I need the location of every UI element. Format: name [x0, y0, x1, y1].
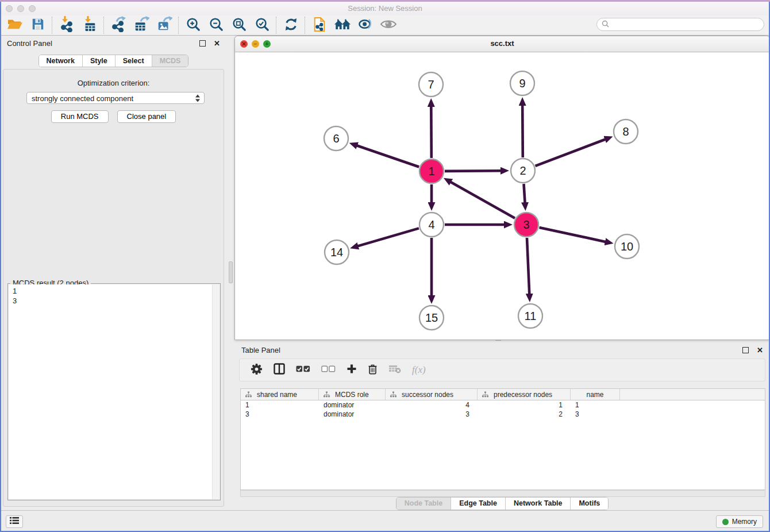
export-image-button[interactable] — [153, 16, 176, 34]
mcds-result-area[interactable]: 13 — [9, 284, 220, 499]
criterion-select[interactable]: strongly connected component — [26, 92, 205, 104]
graph-node-9[interactable]: 9 — [510, 71, 534, 95]
task-history-button[interactable] — [6, 515, 23, 528]
import-network-button[interactable] — [55, 16, 78, 34]
column-header-name[interactable]: name — [571, 389, 620, 400]
graph-node-11[interactable]: 11 — [518, 304, 542, 328]
trash-icon — [368, 364, 378, 377]
memory-button[interactable]: Memory — [716, 515, 763, 528]
column-header-predecessor-nodes[interactable]: predecessor nodes — [478, 389, 571, 400]
hide-eye-button[interactable] — [354, 16, 377, 34]
graph-node-7[interactable]: 7 — [419, 72, 443, 97]
search-field[interactable] — [596, 18, 764, 31]
graph-node-label: 15 — [425, 311, 438, 324]
float-table-panel-icon[interactable] — [742, 347, 749, 353]
graph-node-6[interactable]: 6 — [324, 126, 348, 151]
apply-function-button[interactable]: f(x) — [412, 364, 426, 376]
graph-edge-4-14[interactable] — [358, 228, 419, 246]
save-icon — [31, 17, 45, 33]
tab-node-table[interactable]: Node Table — [396, 498, 451, 510]
graph-node-10[interactable]: 10 — [615, 234, 639, 259]
deselect-all-button[interactable] — [321, 365, 336, 375]
graph-edge-2-9[interactable] — [522, 105, 523, 157]
export-table-button[interactable] — [130, 16, 153, 34]
import-table-button[interactable] — [78, 16, 101, 34]
graph-node-2[interactable]: 2 — [511, 159, 535, 183]
tab-mcds[interactable]: MCDS — [152, 55, 188, 67]
network-window-titlebar[interactable]: ✕ − + scc.txt — [235, 36, 769, 52]
tab-style[interactable]: Style — [83, 55, 116, 67]
select-all-button[interactable] — [296, 365, 310, 375]
graph-node-3[interactable]: 3 — [514, 213, 538, 237]
delete-table-button[interactable] — [388, 364, 401, 376]
search-input[interactable] — [609, 20, 764, 29]
float-panel-icon[interactable] — [199, 40, 206, 47]
column-header-label: name — [586, 391, 603, 399]
zoom-out-button[interactable] — [205, 16, 228, 34]
graph-edge-3-1[interactable] — [451, 182, 515, 218]
refresh-button[interactable] — [279, 16, 302, 34]
graph-node-4[interactable]: 4 — [419, 213, 444, 237]
export-network-button[interactable] — [107, 16, 130, 34]
column-header-shared-name[interactable]: shared name — [241, 389, 319, 400]
table-cell[interactable]: dominator — [319, 410, 386, 418]
table-cell[interactable]: 3 — [571, 410, 620, 418]
table-cell[interactable]: 3 — [241, 410, 319, 418]
close-panel-button[interactable]: Close panel — [117, 110, 176, 123]
tab-motifs[interactable]: Motifs — [571, 498, 608, 510]
tab-edge-table[interactable]: Edge Table — [451, 498, 506, 510]
table-cell[interactable]: 2 — [478, 410, 571, 418]
table-row[interactable]: 1dominator411 — [241, 400, 765, 410]
tab-network[interactable]: Network — [39, 55, 83, 67]
graph-node-1[interactable]: 1 — [419, 159, 444, 183]
split-columns-icon — [274, 363, 285, 377]
table-body: 1dominator4113dominator323 — [241, 400, 765, 419]
graph-edge-1-7[interactable] — [431, 106, 432, 158]
column-header-MCDS-role[interactable]: MCDS role — [319, 389, 386, 400]
graph-edge-1-2[interactable] — [445, 171, 501, 171]
open-session-button[interactable] — [3, 16, 26, 34]
save-session-button[interactable] — [26, 16, 49, 34]
close-panel-icon[interactable]: ✕ — [214, 39, 220, 48]
eye-button[interactable] — [377, 16, 400, 34]
graph-node-14[interactable]: 14 — [325, 240, 349, 264]
plus-icon — [346, 364, 357, 376]
tab-select[interactable]: Select — [116, 55, 152, 67]
table-panel: Table Panel ✕ — [234, 342, 770, 510]
graph-edge-3-10[interactable] — [540, 228, 606, 242]
table-cell[interactable]: 4 — [386, 401, 478, 409]
clone-network-button[interactable] — [308, 16, 331, 34]
run-mcds-button[interactable]: Run MCDS — [51, 110, 109, 123]
graph-node-15[interactable]: 15 — [419, 306, 444, 330]
graph-node-8[interactable]: 8 — [614, 119, 638, 144]
hide-eye-icon — [358, 17, 374, 33]
tree-column-icon — [482, 391, 488, 398]
zoom-fit-button[interactable] — [228, 16, 251, 34]
graph-edge-2-3[interactable] — [524, 184, 525, 203]
column-header-successor-nodes[interactable]: successor nodes — [386, 389, 478, 400]
table-cell[interactable]: 1 — [241, 401, 319, 409]
zoom-selected-button[interactable] — [251, 16, 274, 34]
graph-edge-3-11[interactable] — [527, 238, 529, 294]
table-hscrollbar[interactable] — [240, 490, 765, 497]
add-column-button[interactable] — [346, 364, 357, 376]
graph-edge-1-6[interactable] — [357, 145, 419, 167]
table-cell[interactable]: 1 — [571, 401, 620, 409]
result-scrollbar[interactable] — [212, 284, 220, 499]
network-canvas[interactable]: 7968124314101511 — [235, 52, 769, 340]
delete-column-button[interactable] — [368, 364, 378, 377]
table-cell[interactable]: 1 — [478, 401, 571, 409]
table-settings-button[interactable] — [251, 363, 263, 377]
export-image-icon — [156, 16, 172, 34]
graph-edge-2-8[interactable] — [536, 140, 606, 166]
mcds-result-line: 1 — [9, 286, 220, 296]
vertical-splitter-handle[interactable] — [229, 261, 233, 283]
table-row[interactable]: 3dominator323 — [241, 410, 765, 419]
home-button[interactable] — [331, 16, 354, 34]
table-cell[interactable]: 3 — [386, 410, 478, 418]
tab-network-table[interactable]: Network Table — [506, 498, 571, 510]
zoom-in-button[interactable] — [182, 16, 205, 34]
split-columns-button[interactable] — [274, 363, 285, 377]
close-table-panel-icon[interactable]: ✕ — [757, 346, 763, 354]
table-cell[interactable]: dominator — [319, 401, 386, 409]
